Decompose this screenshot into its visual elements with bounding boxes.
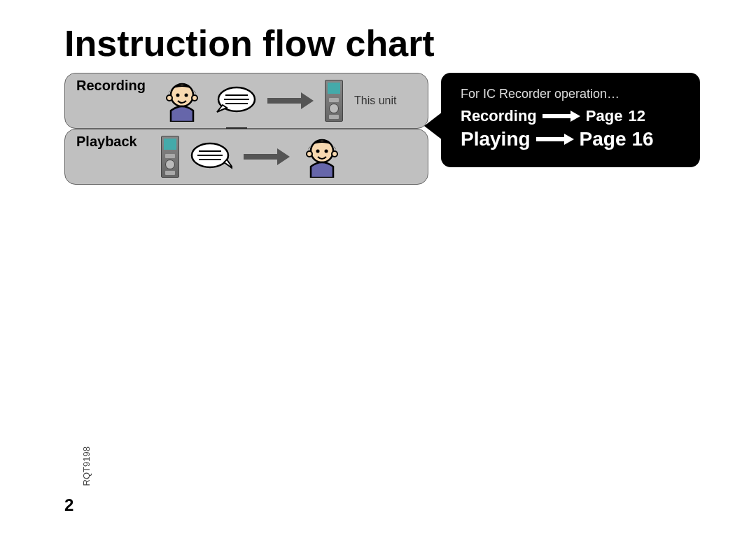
callout-page-num: 12 (628, 107, 645, 125)
svg-point-4 (192, 95, 197, 101)
arrow-right-icon (267, 92, 314, 109)
svg-point-17 (332, 151, 337, 157)
person-icon (161, 80, 203, 122)
callout-line-recording: Recording Page 12 (461, 107, 686, 125)
callout-references: For IC Recorder operation… Recording Pag… (441, 73, 700, 167)
callout-action: Playing (461, 128, 531, 150)
device-caption: This unit (354, 94, 396, 107)
arrow-right-icon (542, 111, 580, 122)
recorder-device-icon (325, 80, 343, 122)
svg-point-2 (185, 94, 188, 97)
speech-bubble-icon (214, 85, 256, 116)
person-icon (301, 136, 343, 178)
recorder-device-icon (161, 136, 179, 178)
arrow-right-icon (536, 134, 574, 145)
callout-page-word: Page (586, 107, 623, 125)
svg-point-16 (307, 151, 312, 157)
svg-point-3 (167, 95, 172, 101)
playback-label: Playback (76, 134, 137, 150)
svg-point-14 (316, 150, 320, 153)
page-number: 2 (64, 495, 74, 515)
speech-bubble-icon (190, 141, 232, 172)
callout-header: For IC Recorder operation… (461, 87, 686, 101)
arrow-right-icon (244, 148, 290, 165)
svg-point-15 (325, 150, 328, 153)
callout-page-word: Page (580, 128, 626, 150)
recording-label: Recording (76, 78, 146, 94)
doc-code: RQT9198 (81, 446, 92, 486)
callout-action: Recording (461, 107, 537, 125)
flow-row-recording: Recording (64, 73, 428, 129)
svg-point-1 (176, 94, 180, 97)
callout-line-playing: Playing Page 16 (461, 128, 686, 150)
page-title: Instruction flow chart (0, 0, 756, 73)
callout-pointer-icon (424, 112, 442, 140)
callout-page-num: 16 (632, 128, 654, 150)
flow-row-playback: Playback (64, 129, 428, 185)
